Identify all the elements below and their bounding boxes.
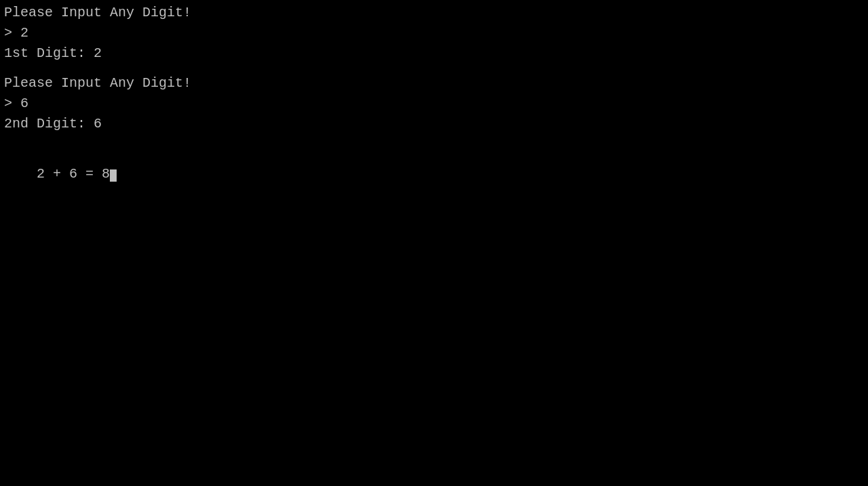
spacer1 — [4, 64, 864, 73]
line-prompt1: Please Input Any Digit! — [4, 3, 864, 23]
line-sum: 2 + 6 = 8 — [4, 144, 864, 205]
spacer2 — [4, 134, 864, 144]
line-input1: > 2 — [4, 23, 864, 43]
terminal-output: Please Input Any Digit! > 2 1st Digit: 2… — [4, 3, 864, 205]
line-input2: > 6 — [4, 94, 864, 114]
line-prompt2: Please Input Any Digit! — [4, 73, 864, 94]
line-result2: 2nd Digit: 6 — [4, 114, 864, 134]
line-result1: 1st Digit: 2 — [4, 43, 864, 64]
cursor-blink — [110, 169, 117, 182]
